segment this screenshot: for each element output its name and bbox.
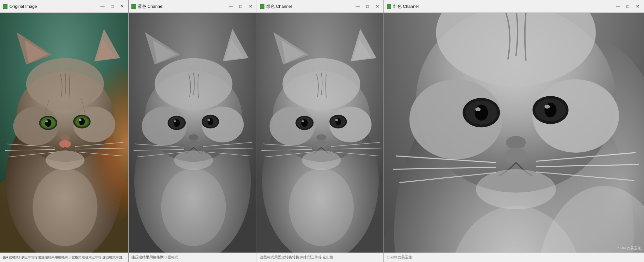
svg-point-72 [301, 119, 308, 127]
status-bar-red: CSDN @吴玉龙 [384, 253, 644, 262]
image-area-original [0, 13, 128, 253]
image-area-green [257, 13, 383, 253]
svg-point-77 [335, 119, 338, 121]
title-bar-red: 红色 Channel — □ ✕ [384, 0, 644, 13]
maximize-btn-blue[interactable]: □ [236, 3, 245, 10]
svg-point-21 [59, 140, 71, 148]
svg-point-103 [475, 107, 480, 111]
minimize-btn-original[interactable]: — [98, 3, 107, 10]
title-bar-blue: 蓝色 Channel — □ ✕ [129, 0, 257, 13]
minimize-btn-blue[interactable]: — [227, 3, 235, 10]
status-text-blue: 能压缩结果用格格到 8 宽格式 [131, 255, 178, 260]
title-bar-original: Original Image — □ ✕ [0, 0, 128, 13]
window-title-blue: 蓝色 Channel [138, 4, 163, 9]
status-bar-blue: 能压缩结果用格格到 8 宽格式 [129, 253, 257, 262]
svg-point-86 [302, 150, 341, 170]
window-icon-original [3, 4, 7, 9]
svg-point-107 [544, 105, 550, 109]
window-controls-original: — □ ✕ [98, 3, 126, 10]
window-red[interactable]: 红色 Channel — □ ✕ [384, 0, 644, 262]
window-green[interactable]: 绿色 Channel — □ ✕ [257, 0, 384, 262]
svg-point-9 [26, 58, 104, 110]
status-bar-green: 这些格式用固定转换转换 内米型三等等 选出性 [257, 253, 383, 262]
title-left-green: 绿色 Channel [260, 4, 292, 9]
svg-point-29 [33, 168, 97, 246]
status-text-original: 图4 宽格式1 的三等等等 能压缩结果用格格到 8 宽格式 在使用三等等 这些格… [3, 255, 126, 260]
window-controls-red: — □ ✕ [614, 3, 642, 10]
close-btn-red[interactable]: ✕ [633, 3, 642, 10]
window-original[interactable]: Original Image — □ ✕ [0, 0, 128, 262]
title-left-red: 红色 Channel [387, 4, 419, 9]
minimize-btn-green[interactable]: — [354, 3, 362, 10]
window-title-original: Original Image [9, 4, 37, 9]
svg-point-108 [506, 136, 526, 149]
title-bar-green: 绿色 Channel — □ ✕ [257, 0, 383, 13]
svg-point-73 [302, 120, 304, 122]
svg-point-102 [475, 105, 488, 121]
window-controls-blue: — □ ✕ [227, 3, 255, 10]
svg-point-49 [189, 134, 198, 141]
svg-point-78 [316, 134, 326, 141]
window-icon-blue [131, 4, 136, 9]
maximize-btn-green[interactable]: □ [363, 3, 372, 10]
image-area-red: CSDN @吴玉龙 [384, 13, 644, 253]
svg-point-116 [476, 169, 556, 209]
window-blue[interactable]: 蓝色 Channel — □ ✕ [128, 0, 257, 262]
svg-point-57 [174, 150, 213, 170]
svg-point-50 [188, 140, 199, 148]
maximize-btn-original[interactable]: □ [108, 3, 116, 10]
title-left-blue: 蓝色 Channel [131, 4, 163, 9]
svg-point-67 [282, 58, 360, 110]
maximize-btn-red[interactable]: □ [624, 3, 632, 10]
window-icon-green [260, 4, 264, 9]
svg-point-79 [315, 140, 327, 148]
close-btn-blue[interactable]: ✕ [246, 3, 255, 10]
svg-point-58 [161, 168, 226, 246]
close-btn-green[interactable]: ✕ [373, 3, 382, 10]
image-area-blue [129, 13, 257, 253]
window-title-green: 绿色 Channel [266, 4, 292, 9]
close-btn-original[interactable]: ✕ [118, 3, 126, 10]
svg-point-109 [504, 148, 528, 164]
svg-point-19 [79, 119, 82, 121]
status-text-green: 这些格式用固定转换转换 内米型三等等 选出性 [260, 255, 333, 260]
window-controls-green: — □ ✕ [354, 3, 382, 10]
svg-point-20 [60, 134, 70, 141]
window-title-red: 红色 Channel [393, 4, 419, 9]
svg-point-15 [45, 120, 48, 122]
svg-point-87 [289, 168, 354, 246]
minimize-btn-red[interactable]: — [614, 3, 622, 10]
svg-point-44 [174, 120, 176, 122]
svg-point-48 [208, 119, 210, 121]
svg-point-43 [173, 119, 180, 127]
status-text-red: CSDN @吴玉龙 [387, 255, 412, 260]
window-icon-red [387, 4, 391, 9]
title-left-original: Original Image [3, 4, 37, 9]
status-bar-original: 图4 宽格式1 的三等等等 能压缩结果用格格到 8 宽格式 在使用三等等 这些格… [0, 253, 128, 262]
svg-point-14 [45, 119, 51, 127]
svg-point-28 [46, 150, 85, 170]
svg-point-38 [154, 58, 232, 110]
